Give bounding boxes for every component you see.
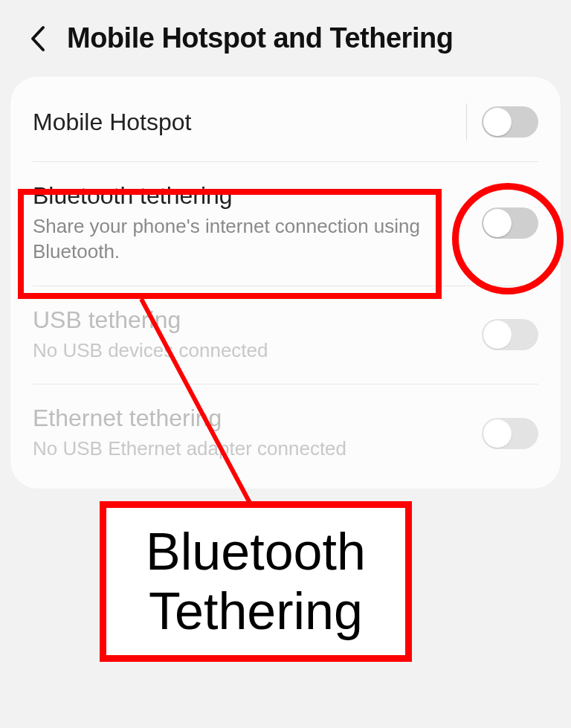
back-button[interactable]: [22, 24, 52, 54]
row-subtitle: Share your phone's internet connection u…: [33, 214, 473, 265]
row-mobile-hotspot[interactable]: Mobile Hotspot: [10, 83, 561, 161]
page-title: Mobile Hotspot and Tethering: [67, 22, 453, 54]
toggle-usb-tethering: [482, 319, 538, 350]
row-text: Bluetooth tethering Share your phone's i…: [33, 182, 482, 265]
row-title: Mobile Hotspot: [33, 109, 457, 136]
header: Mobile Hotspot and Tethering: [0, 0, 571, 77]
annotation-label-box: Bluetooth Tethering: [100, 501, 412, 662]
row-bluetooth-tethering[interactable]: Bluetooth tethering Share your phone's i…: [10, 161, 561, 286]
row-subtitle: No USB devices connected: [33, 338, 473, 364]
row-title: Bluetooth tethering: [33, 182, 473, 210]
row-text: Mobile Hotspot: [33, 109, 466, 136]
chevron-left-icon: [29, 25, 45, 52]
toggle-mobile-hotspot[interactable]: [482, 106, 538, 138]
row-usb-tethering: USB tethering No USB devices connected: [10, 286, 561, 384]
row-text: USB tethering No USB devices connected: [33, 306, 482, 364]
toggle-bluetooth-tethering[interactable]: [482, 207, 538, 239]
annotation-label-text: Bluetooth Tethering: [106, 522, 405, 642]
toggle-ethernet-tethering: [482, 418, 538, 449]
row-ethernet-tethering: Ethernet tethering No USB Ethernet adapt…: [10, 384, 561, 483]
row-subtitle: No USB Ethernet adapter connected: [33, 437, 473, 462]
row-title: USB tethering: [33, 306, 473, 334]
settings-card: Mobile Hotspot Bluetooth tethering Share…: [10, 77, 561, 489]
row-text: Ethernet tethering No USB Ethernet adapt…: [33, 405, 482, 462]
divider: [466, 103, 467, 141]
row-title: Ethernet tethering: [33, 405, 473, 432]
